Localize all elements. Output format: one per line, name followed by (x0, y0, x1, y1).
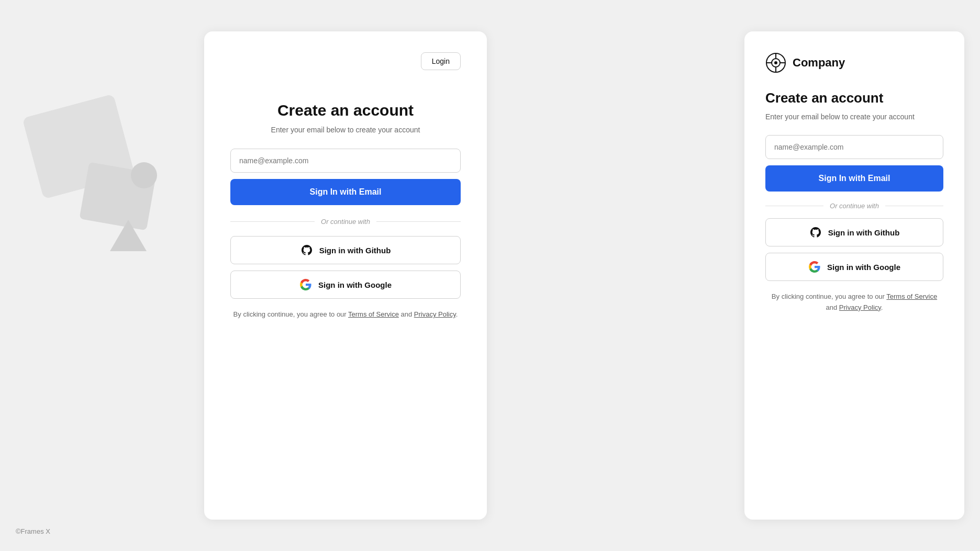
card-header: Login (230, 52, 461, 70)
decorative-triangle (110, 220, 147, 251)
email-input[interactable] (230, 149, 461, 173)
decorative-shapes (0, 0, 204, 551)
github-button[interactable]: Sign in with Github (230, 236, 461, 264)
terms-of-service-link[interactable]: Terms of Service (348, 310, 399, 318)
decorative-circle (131, 162, 157, 188)
panel-or-divider: Or continue with (765, 202, 943, 210)
svg-point-2 (774, 61, 777, 64)
panel-google-icon (808, 261, 821, 273)
google-button-label: Sign in with Google (318, 280, 392, 289)
panel-github-button-label: Sign in with Github (828, 228, 900, 237)
divider-line-left (230, 221, 315, 222)
copyright-text: ©Frames X (16, 527, 50, 535)
panel-sign-in-email-button[interactable]: Sign In with Email (765, 165, 943, 192)
company-header: Company (765, 52, 943, 73)
divider-text: Or continue with (321, 218, 370, 226)
panel-google-button[interactable]: Sign in with Google (765, 253, 943, 281)
panel-terms-text: By clicking continue, you agree to our T… (765, 291, 943, 313)
panel-github-button[interactable]: Sign in with Github (765, 218, 943, 246)
panel-divider-text: Or continue with (830, 202, 879, 210)
github-button-label: Sign in with Github (319, 246, 391, 255)
privacy-policy-link[interactable]: Privacy Policy (414, 310, 456, 318)
panel-github-icon (809, 226, 822, 239)
panel-divider-line-right (885, 206, 943, 206)
google-icon (299, 278, 312, 291)
terms-text: By clicking continue, you agree to our T… (233, 309, 458, 320)
card-subtitle: Enter your email below to create your ac… (271, 126, 420, 134)
panel-terms-of-service-link[interactable]: Terms of Service (886, 293, 937, 300)
card-title: Create an account (277, 102, 414, 119)
github-icon (300, 244, 313, 256)
panel-email-input[interactable] (765, 135, 943, 159)
or-divider: Or continue with (230, 218, 461, 226)
panel-divider-line-left (765, 206, 823, 206)
company-logo-icon (765, 52, 786, 73)
terms-mid: and (399, 310, 414, 318)
panel-terms-prefix: By clicking continue, you agree to our (772, 293, 886, 300)
right-panel: Company Create an account Enter your ema… (744, 31, 964, 520)
google-button[interactable]: Sign in with Google (230, 271, 461, 299)
panel-terms-suffix: . (881, 303, 883, 311)
terms-suffix: . (456, 310, 458, 318)
panel-terms-mid: and (826, 303, 839, 311)
center-card: Login Create an account Enter your email… (204, 31, 487, 520)
left-decorative-area: ©Frames X (0, 0, 204, 551)
terms-prefix: By clicking continue, you agree to our (233, 310, 348, 318)
company-name: Company (793, 56, 845, 70)
panel-title: Create an account (765, 90, 943, 106)
panel-privacy-policy-link[interactable]: Privacy Policy (839, 303, 881, 311)
panel-google-button-label: Sign in with Google (827, 263, 900, 272)
divider-line-right (376, 221, 461, 222)
panel-subtitle: Enter your email below to create your ac… (765, 111, 943, 122)
card-body: Create an account Enter your email below… (230, 102, 461, 499)
sign-in-email-button[interactable]: Sign In with Email (230, 179, 461, 205)
login-button[interactable]: Login (421, 52, 461, 70)
